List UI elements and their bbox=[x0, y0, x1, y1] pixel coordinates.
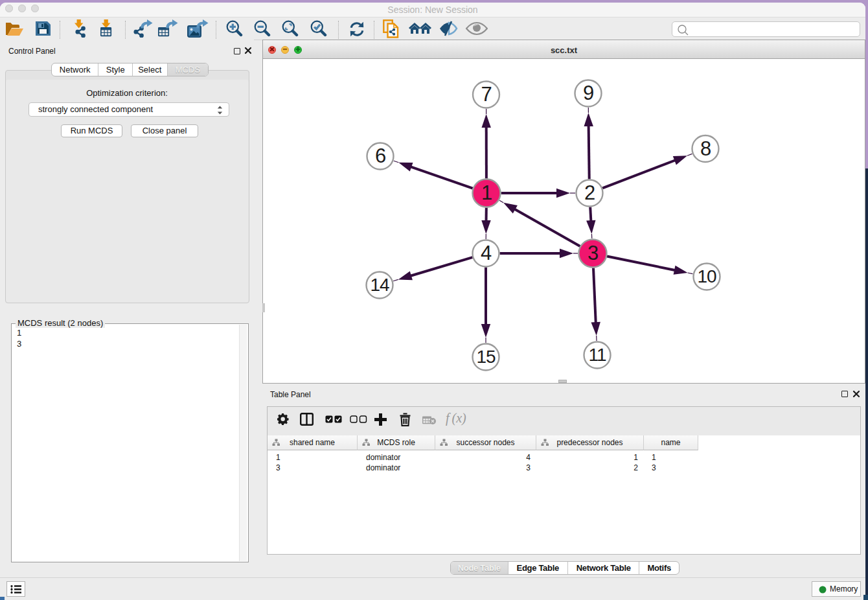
svg-text:7: 7 bbox=[481, 83, 491, 106]
svg-text:11: 11 bbox=[588, 345, 606, 365]
svg-text:15: 15 bbox=[476, 347, 496, 367]
svg-text:4: 4 bbox=[481, 242, 492, 264]
svg-text:6: 6 bbox=[375, 144, 385, 167]
svg-text:14: 14 bbox=[370, 275, 389, 295]
svg-text:2: 2 bbox=[584, 181, 595, 204]
svg-text:10: 10 bbox=[697, 266, 716, 286]
svg-text:8: 8 bbox=[700, 137, 711, 160]
svg-text:3: 3 bbox=[588, 242, 598, 264]
svg-text:1: 1 bbox=[481, 181, 492, 204]
svg-text:9: 9 bbox=[583, 82, 593, 104]
